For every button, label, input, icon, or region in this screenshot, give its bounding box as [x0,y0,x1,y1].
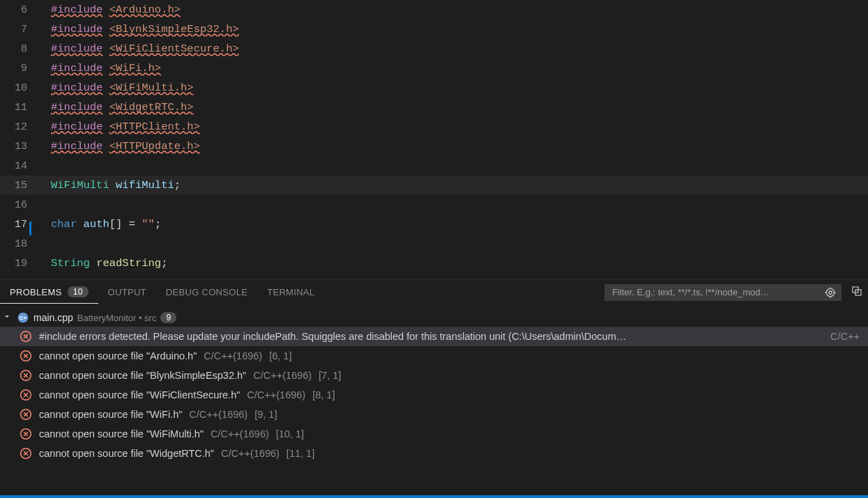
svg-point-1 [829,290,832,294]
problem-message: cannot open source file "WiFiMulti.h" [39,428,204,439]
problem-item[interactable]: cannot open source file "WiFiClientSecur… [0,385,868,405]
problem-item[interactable]: #include errors detected. Please update … [0,327,868,346]
tab-debug-console[interactable]: DEBUG CONSOLE [156,281,257,303]
problem-message: cannot open source file "WiFi.h" [39,409,182,420]
problem-source: C/C++(1696) [221,448,280,459]
line-number: 10 [0,82,40,94]
problem-source: C/C++(1696) [204,350,262,361]
code-line[interactable]: 9#include <WiFi.h> [0,59,868,78]
problem-message: cannot open source file "WiFiClientSecur… [39,389,240,400]
collapse-all-icon[interactable] [846,283,868,302]
problem-source: C/C++ [830,331,865,342]
line-number: 15 [0,180,40,192]
code-line[interactable]: 12#include <HTTPClient.h> [0,117,868,137]
line-number: 8 [0,43,40,55]
code-content[interactable]: #include <WiFiMulti.h> [40,81,194,94]
line-number: 7 [0,24,40,36]
code-content[interactable]: #include <WiFi.h> [40,62,161,75]
code-content[interactable]: #include <HTTPUpdate.h> [40,140,200,153]
code-content[interactable]: #include <BlynkSimpleEsp32.h> [40,23,239,36]
error-icon [20,350,32,362]
line-number: 18 [0,238,40,250]
problem-source: C/C++(1696) [189,409,248,420]
problem-source: C/C++(1696) [247,389,305,400]
line-number: 6 [0,4,40,16]
problem-position: [10, 1] [276,428,304,439]
code-line[interactable]: 8#include <WiFiClientSecure.h> [0,39,868,59]
code-line[interactable]: 15WiFiMulti wifiMulti; [0,176,868,195]
code-line[interactable]: 19String readString; [0,254,868,273]
file-problem-count: 9 [160,312,176,323]
line-number: 16 [0,199,40,211]
error-icon [20,389,32,401]
code-content[interactable]: #include <HTTPClient.h> [40,120,200,133]
problem-message: #include errors detected. Please update … [39,331,626,342]
problem-item[interactable]: cannot open source file "WiFi.h"C/C++(16… [0,405,868,424]
code-line[interactable]: 6#include <Arduino.h> [0,0,868,20]
filter-input[interactable] [612,287,820,297]
problem-file-path: BatteryMonitor • src [77,313,157,323]
cpp-file-icon: C+ [17,311,29,324]
problem-position: [7, 1] [319,370,341,381]
problem-position: [6, 1] [269,350,291,361]
problem-file-group[interactable]: C+ main.cpp BatteryMonitor • src 9 [0,309,868,327]
code-line[interactable]: 18 [0,234,868,254]
code-line[interactable]: 11#include <WidgetRTC.h> [0,98,868,117]
tab-output[interactable]: OUTPUT [98,281,156,303]
line-number: 17 [0,219,40,231]
error-icon [20,369,32,382]
tab-problems-label: PROBLEMS [10,287,62,297]
code-editor[interactable]: 6#include <Arduino.h>7#include <BlynkSim… [0,0,868,279]
error-icon [20,447,32,460]
problems-list[interactable]: C+ main.cpp BatteryMonitor • src 9 #incl… [0,304,868,495]
code-line[interactable]: 14 [0,156,868,176]
error-icon [20,428,32,440]
code-content[interactable]: #include <WiFiClientSecure.h> [40,42,239,55]
filter-settings-icon[interactable] [824,286,837,299]
line-number: 11 [0,102,40,114]
line-number: 19 [0,258,40,270]
problem-position: [8, 1] [312,389,335,400]
problem-message: cannot open source file "WidgetRTC.h" [39,448,214,459]
line-number: 9 [0,63,40,75]
problem-message: cannot open source file "BlynkSimpleEsp3… [39,370,246,381]
problem-item[interactable]: cannot open source file "WiFiMulti.h"C/C… [0,424,868,444]
code-line[interactable]: 10#include <WiFiMulti.h> [0,78,868,98]
problem-message: cannot open source file "Arduino.h" [39,350,197,361]
line-number: 12 [0,121,40,133]
filter-box[interactable] [604,284,842,301]
panel-tabs: PROBLEMS 10 OUTPUT DEBUG CONSOLE TERMINA… [0,280,868,304]
problem-source: C/C++(1696) [211,428,269,439]
svg-text:C+: C+ [20,315,27,321]
problem-item[interactable]: cannot open source file "BlynkSimpleEsp3… [0,366,868,385]
code-content[interactable]: WiFiMulti wifiMulti; [40,179,181,192]
problem-item[interactable]: cannot open source file "Arduino.h"C/C++… [0,346,868,366]
bottom-panel: PROBLEMS 10 OUTPUT DEBUG CONSOLE TERMINA… [0,279,868,495]
cursor-marker [29,221,31,235]
code-line[interactable]: 7#include <BlynkSimpleEsp32.h> [0,20,868,39]
error-icon [20,330,32,343]
problem-position: [9, 1] [254,409,277,420]
code-content[interactable]: String readString; [40,257,167,270]
problem-source: C/C++(1696) [253,370,312,381]
problem-item[interactable]: cannot open source file "WidgetRTC.h"C/C… [0,444,868,463]
code-line[interactable]: 17char auth[] = ""; [0,215,868,234]
status-bar [0,495,868,498]
line-number: 14 [0,160,40,172]
code-content[interactable]: #include <WidgetRTC.h> [40,101,194,114]
code-line[interactable]: 16 [0,195,868,215]
error-icon [20,408,32,421]
code-content[interactable]: char auth[] = ""; [40,218,161,231]
tab-problems[interactable]: PROBLEMS 10 [0,281,98,304]
line-number: 13 [0,141,40,153]
chevron-down-icon[interactable] [3,313,13,323]
tab-terminal[interactable]: TERMINAL [257,281,324,303]
code-content[interactable]: #include <Arduino.h> [40,3,181,16]
problem-file-name: main.cpp [33,312,73,323]
problem-position: [11, 1] [287,448,314,459]
problems-count-badge: 10 [68,286,89,297]
code-line[interactable]: 13#include <HTTPUpdate.h> [0,137,868,156]
svg-point-0 [826,288,834,296]
